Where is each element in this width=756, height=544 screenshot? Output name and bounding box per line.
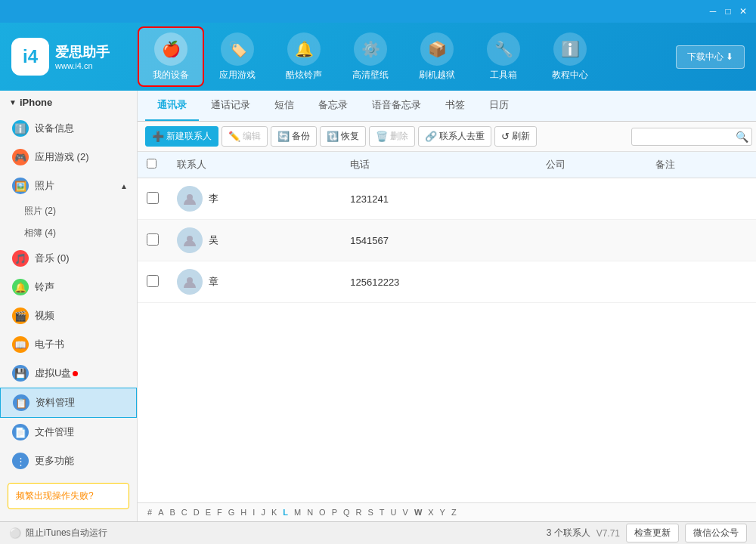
logo-subtitle: www.i4.cn xyxy=(55,61,110,70)
sidebar-icon-ebook: 📖 xyxy=(12,336,29,353)
sub-arrow-icon: ▲ xyxy=(120,182,128,190)
alpha-char-J[interactable]: J xyxy=(259,506,268,518)
nav-item-jailbreak[interactable]: 📦 刷机越狱 xyxy=(404,26,470,87)
nav-item-tutorials[interactable]: ℹ️ 教程中心 xyxy=(537,26,603,87)
alpha-char-Z[interactable]: Z xyxy=(449,506,459,518)
alpha-char-V[interactable]: V xyxy=(401,506,411,518)
sidebar-sub-albums-sub[interactable]: 相簿 (4) xyxy=(0,222,137,244)
sidebar-label-data-manage: 资料管理 xyxy=(36,396,75,410)
table-row[interactable]: 李 1231241 xyxy=(138,178,756,220)
tab-bookmarks[interactable]: 书签 xyxy=(433,91,477,121)
alpha-char-Q[interactable]: Q xyxy=(341,506,352,518)
sidebar-sub-photos-sub[interactable]: 照片 (2) xyxy=(0,200,137,222)
restore-icon: 🔃 xyxy=(327,131,339,142)
nav-item-apps-games[interactable]: 🏷️ 应用游戏 xyxy=(204,26,271,87)
download-btn[interactable]: 下载中心 ⬇ xyxy=(676,45,745,69)
alpha-char-D[interactable]: D xyxy=(191,506,202,518)
sidebar-problem-btn[interactable]: 频繁出现操作失败? xyxy=(8,483,129,509)
alpha-char-F[interactable]: F xyxy=(215,506,225,518)
alpha-char-W[interactable]: W xyxy=(412,506,424,518)
alpha-char-T[interactable]: T xyxy=(377,506,387,518)
dot-badge xyxy=(73,371,78,376)
alpha-char-X[interactable]: X xyxy=(426,506,435,518)
sidebar-item-ringtone[interactable]: 🔔 铃声 xyxy=(0,273,137,301)
restore-button[interactable]: □ xyxy=(721,5,735,18)
alpha-char-P[interactable]: P xyxy=(330,506,339,518)
alpha-char-B[interactable]: B xyxy=(167,506,177,518)
sidebar-item-file-manage[interactable]: 📄 文件管理 xyxy=(0,418,137,447)
contact-name: 吴 xyxy=(209,233,218,247)
restore-button[interactable]: 🔃 恢复 xyxy=(320,126,366,147)
row-checkbox[interactable] xyxy=(147,233,159,246)
sidebar-item-ebook[interactable]: 📖 电子书 xyxy=(0,330,137,359)
alpha-char-R[interactable]: R xyxy=(354,506,364,518)
sidebar-item-video[interactable]: 🎬 视频 xyxy=(0,301,137,330)
tab-voice-notes[interactable]: 语音备忘录 xyxy=(360,91,433,121)
refresh-button[interactable]: ↺ 刷新 xyxy=(494,126,537,147)
sidebar-item-device-info[interactable]: ℹ️ 设备信息 xyxy=(0,114,137,143)
alpha-char-E[interactable]: E xyxy=(203,506,213,518)
alpha-char-S[interactable]: S xyxy=(366,506,376,518)
sidebar-item-data-manage[interactable]: 📋 资料管理 xyxy=(0,388,137,418)
alpha-char-Y[interactable]: Y xyxy=(438,506,448,518)
minimize-button[interactable]: ─ xyxy=(706,5,720,18)
sidebar-label-music: 音乐 (0) xyxy=(35,252,70,265)
alpha-char-C[interactable]: C xyxy=(179,506,190,518)
new-contact-button[interactable]: ➕ 新建联系人 xyxy=(145,126,218,147)
sidebar-item-photos[interactable]: 🖼️ 照片 ▲ xyxy=(0,172,137,200)
wechat-button[interactable]: 微信公众号 xyxy=(685,524,747,542)
table-row[interactable]: 章 125612223 xyxy=(138,261,756,303)
close-button[interactable]: ✕ xyxy=(736,5,750,18)
sidebar-icon-file-manage: 📄 xyxy=(12,424,29,440)
alpha-char-M[interactable]: M xyxy=(292,506,303,518)
alpha-char-G[interactable]: G xyxy=(226,506,237,518)
sidebar-item-apps-games-side[interactable]: 🎮 应用游戏 (2) xyxy=(0,143,137,172)
nav-icon-jailbreak: 📦 xyxy=(420,32,454,66)
tab-call-log[interactable]: 通话记录 xyxy=(199,91,262,121)
sidebar-icon-more-features: ⋮ xyxy=(12,453,29,469)
sidebar-label-more-features: 更多功能 xyxy=(35,454,74,468)
col-company: 公司 xyxy=(537,152,646,178)
alpha-char-U[interactable]: U xyxy=(389,506,399,518)
alpha-char-K[interactable]: K xyxy=(269,506,279,518)
edit-button[interactable]: ✏️ 编辑 xyxy=(222,126,268,147)
dedup-button[interactable]: 🔗 联系人去重 xyxy=(418,126,491,147)
sidebar-label-device-info: 设备信息 xyxy=(35,122,74,135)
contact-note xyxy=(646,178,756,220)
row-checkbox[interactable] xyxy=(147,275,159,287)
tab-notes[interactable]: 备忘录 xyxy=(306,91,360,121)
search-input[interactable] xyxy=(631,128,752,146)
sidebar-icon-video: 🎬 xyxy=(12,308,29,324)
delete-button[interactable]: 🗑️ 删除 xyxy=(369,126,415,147)
row-checkbox[interactable] xyxy=(147,192,159,204)
contact-note xyxy=(646,220,756,261)
contact-company xyxy=(537,178,646,220)
itunes-section: ⚪ 阻止iTunes自动运行 xyxy=(9,527,547,539)
table-row[interactable]: 吴 1541567 xyxy=(138,220,756,261)
sidebar-icon-photos: 🖼️ xyxy=(12,178,29,194)
alpha-char-I[interactable]: I xyxy=(250,506,257,518)
alpha-char-H[interactable]: H xyxy=(238,506,249,518)
sidebar-items-container: ℹ️ 设备信息 🎮 应用游戏 (2) 🖼️ 照片 ▲ 照片 (2)相簿 (4) … xyxy=(0,114,137,475)
sidebar-item-more-features[interactable]: ⋮ 更多功能 xyxy=(0,447,137,475)
alpha-char-L[interactable]: L xyxy=(280,506,290,518)
itunes-label: 阻止iTunes自动运行 xyxy=(26,527,107,539)
alpha-char-#[interactable]: # xyxy=(145,506,154,518)
check-update-button[interactable]: 检查更新 xyxy=(626,524,679,542)
nav-icon-wallpapers: ⚙️ xyxy=(354,32,387,66)
tab-sms[interactable]: 短信 xyxy=(262,91,306,121)
nav-item-ringtones[interactable]: 🔔 酷炫铃声 xyxy=(271,26,337,87)
nav-item-toolbox[interactable]: 🔧 工具箱 xyxy=(470,26,537,87)
delete-icon: 🗑️ xyxy=(376,131,388,142)
select-all-checkbox[interactable] xyxy=(147,159,156,168)
alpha-char-A[interactable]: A xyxy=(156,506,166,518)
alpha-char-O[interactable]: O xyxy=(317,506,328,518)
backup-button[interactable]: 🔄 备份 xyxy=(271,126,317,147)
sidebar-item-virtual-udisk[interactable]: 💾 虚拟U盘 xyxy=(0,359,137,388)
tab-calendar[interactable]: 日历 xyxy=(477,91,521,121)
alpha-char-N[interactable]: N xyxy=(305,506,315,518)
tab-contacts[interactable]: 通讯录 xyxy=(145,91,199,121)
sidebar-item-music[interactable]: 🎵 音乐 (0) xyxy=(0,244,137,273)
nav-item-my-device[interactable]: 🍎 我的设备 xyxy=(138,26,204,87)
nav-item-wallpapers[interactable]: ⚙️ 高清壁纸 xyxy=(337,26,404,87)
